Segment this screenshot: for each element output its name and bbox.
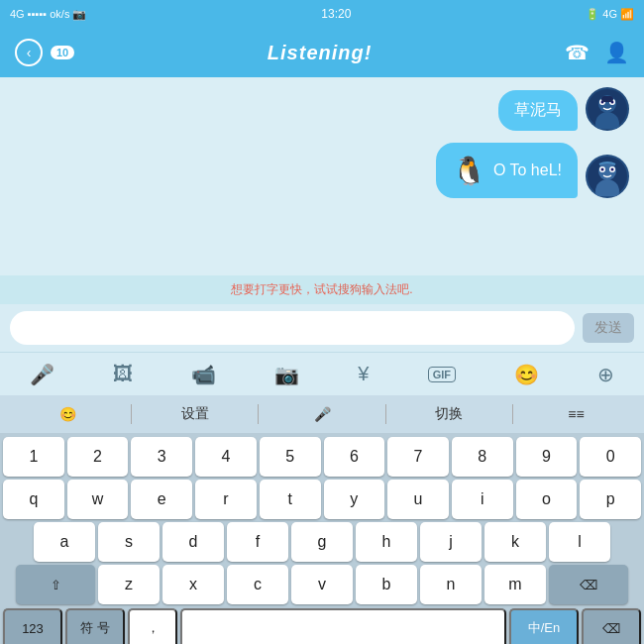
key-c[interactable]: c: [227, 565, 288, 604]
hint-highlight: 搜狗输入法: [338, 282, 397, 296]
key-z[interactable]: z: [98, 565, 160, 604]
signal-label: ok/s: [50, 8, 69, 20]
key-d[interactable]: d: [162, 522, 224, 562]
space-key[interactable]: [180, 608, 506, 644]
key-t[interactable]: t: [260, 480, 321, 519]
numeric-key[interactable]: 123: [3, 608, 62, 644]
battery-icon: 🔋: [586, 8, 599, 21]
key-b[interactable]: b: [356, 565, 417, 604]
chinese-en-key[interactable]: 中/En: [509, 608, 579, 644]
kb-number-row: 1 2 3 4 5 6 7 8 9 0: [3, 437, 641, 477]
image-icon[interactable]: 🖼: [113, 363, 133, 385]
key-s[interactable]: s: [98, 522, 160, 562]
video-icon[interactable]: 📹: [191, 363, 216, 386]
kb-switch-button[interactable]: 切换: [386, 395, 512, 433]
profile-button[interactable]: 👤: [604, 41, 629, 64]
gif-button[interactable]: GIF: [428, 367, 456, 382]
mic-icon[interactable]: 🎤: [30, 363, 54, 386]
key-6[interactable]: 6: [324, 437, 385, 477]
key-u[interactable]: u: [387, 480, 449, 519]
message-text: O To heL!: [493, 161, 562, 179]
svg-rect-7: [601, 96, 613, 102]
kb-qwerty-row: q w e r t y u i o p: [3, 480, 641, 519]
key-5[interactable]: 5: [260, 437, 321, 477]
key-1[interactable]: 1: [3, 437, 64, 477]
key-o[interactable]: o: [516, 480, 578, 519]
key-q[interactable]: q: [3, 480, 64, 519]
kb-switch-label: 切换: [435, 405, 463, 423]
key-m[interactable]: m: [484, 565, 546, 604]
key-4[interactable]: 4: [195, 437, 257, 477]
plus-icon[interactable]: ⊕: [597, 363, 614, 386]
emoji-icon[interactable]: 😊: [514, 363, 539, 386]
back-button[interactable]: ‹: [15, 39, 43, 66]
key-k[interactable]: k: [484, 522, 546, 562]
key-9[interactable]: 9: [516, 437, 578, 477]
chat-area: 草泥马 🐧 O To heL!: [0, 77, 644, 275]
kb-settings-label: 设置: [181, 405, 209, 423]
message-bubble-sticker: 🐧 O To heL!: [436, 143, 578, 198]
camera-icon[interactable]: 📷: [274, 363, 299, 386]
key-0[interactable]: 0: [580, 437, 641, 477]
key-v[interactable]: v: [291, 565, 353, 604]
hint-suffix: 吧.: [397, 282, 412, 296]
back-icon: ‹: [27, 45, 32, 60]
kb-zxcv-row: ⇧ z x c v b n m ⌫: [3, 565, 641, 604]
svg-point-13: [601, 168, 604, 171]
header-left: ‹ 10: [15, 39, 74, 66]
keyboard-bottom-row: 123 符 号 ， 中/En ⌫: [0, 608, 644, 644]
key-n[interactable]: n: [420, 565, 482, 604]
key-x[interactable]: x: [162, 565, 224, 604]
message-text: 草泥马: [514, 101, 562, 118]
key-7[interactable]: 7: [387, 437, 449, 477]
avatar: [586, 87, 629, 131]
status-time: 13:20: [321, 7, 351, 21]
shift-key[interactable]: ⇧: [16, 565, 95, 604]
kb-asdf-row: a s d f g h j k l: [3, 522, 641, 562]
avatar-svg: [588, 89, 627, 129]
kb-menu-icon: ≡≡: [568, 406, 584, 422]
backspace-key[interactable]: ⌫: [549, 565, 628, 604]
header-right: ☎ 👤: [565, 41, 629, 64]
status-bar: 4G ▪▪▪▪▪ ok/s 📷 13:20 🔋 4G 📶: [0, 0, 644, 28]
svg-point-14: [611, 168, 614, 171]
hint-prefix: 想要打字更快，试试: [231, 282, 338, 296]
key-w[interactable]: w: [67, 480, 129, 519]
yen-icon[interactable]: ¥: [358, 363, 369, 385]
avatar-svg-2: [588, 157, 627, 196]
key-p[interactable]: p: [580, 480, 641, 519]
key-j[interactable]: j: [420, 522, 482, 562]
message-row: 草泥马: [15, 87, 629, 131]
comma-key[interactable]: ，: [128, 608, 177, 644]
kb-mic-button[interactable]: 🎤: [259, 395, 384, 433]
key-l[interactable]: l: [549, 522, 610, 562]
key-g[interactable]: g: [291, 522, 353, 562]
send-button[interactable]: 发送: [583, 313, 634, 343]
sticker-penguin: 🐧: [452, 153, 487, 188]
key-f[interactable]: f: [227, 522, 288, 562]
key-2[interactable]: 2: [67, 437, 129, 477]
symbol-key[interactable]: 符 号: [65, 608, 125, 644]
camera-icon: 📷: [72, 8, 86, 21]
key-r[interactable]: r: [195, 480, 257, 519]
chat-title: Listening!: [268, 42, 373, 64]
status-left: 4G ▪▪▪▪▪ ok/s 📷: [10, 8, 86, 21]
signal-4g: 4G: [602, 8, 617, 20]
key-8[interactable]: 8: [452, 437, 513, 477]
key-e[interactable]: e: [131, 480, 192, 519]
kb-emoji-button[interactable]: 😊: [5, 395, 131, 433]
message-input[interactable]: [10, 311, 575, 345]
kb-mic-icon: 🎤: [314, 406, 331, 422]
key-3[interactable]: 3: [131, 437, 192, 477]
delete-key[interactable]: ⌫: [582, 608, 641, 644]
kb-settings-button[interactable]: 设置: [132, 395, 258, 433]
key-y[interactable]: y: [324, 480, 385, 519]
header: ‹ 10 Listening! ☎ 👤: [0, 28, 644, 77]
input-bar: 发送: [0, 304, 644, 352]
key-a[interactable]: a: [34, 522, 95, 562]
call-button[interactable]: ☎: [565, 41, 590, 64]
keyboard: 1 2 3 4 5 6 7 8 9 0 q w e r t y u i o p …: [0, 433, 644, 608]
kb-menu-button[interactable]: ≡≡: [513, 395, 639, 433]
key-h[interactable]: h: [356, 522, 417, 562]
key-i[interactable]: i: [452, 480, 513, 519]
